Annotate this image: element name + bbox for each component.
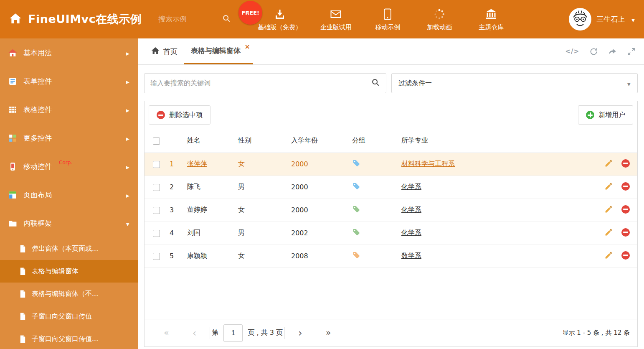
file-icon xyxy=(19,290,26,298)
name-cell: 刘国 xyxy=(184,222,235,245)
sidebar-subitem-child-to-parent-2[interactable]: 子窗口向父窗口传值... xyxy=(0,328,138,349)
sidebar-subitem-popup-window[interactable]: 弹出窗体（本页面或... xyxy=(0,237,138,260)
delete-row-icon[interactable] xyxy=(621,205,630,214)
header-search-input[interactable] xyxy=(158,15,217,23)
row-checkbox[interactable] xyxy=(153,230,160,237)
major-link[interactable]: 材料科学与工程系 xyxy=(401,160,455,168)
sidebar-subitem-child-to-parent[interactable]: 子窗口向父窗口传值 xyxy=(0,305,138,328)
sidebar-item-label: 移动控件 xyxy=(23,162,52,171)
delete-row-icon[interactable] xyxy=(621,182,630,191)
sidebar-item-form-controls[interactable]: 表单控件 xyxy=(0,67,138,95)
name-link[interactable]: 张萍萍 xyxy=(187,160,207,168)
year-cell: 2002 xyxy=(288,222,349,245)
last-page-button[interactable] xyxy=(314,329,343,337)
gender-cell: 女 xyxy=(235,245,288,267)
widgets-icon xyxy=(8,134,17,143)
row-checkbox[interactable] xyxy=(153,207,160,214)
year-cell: 2008 xyxy=(288,245,349,267)
delete-button-label: 删除选中项 xyxy=(169,111,203,120)
refresh-icon[interactable] xyxy=(589,47,598,56)
select-all-checkbox[interactable] xyxy=(153,138,160,145)
delete-selected-button[interactable]: 删除选中项 xyxy=(149,105,210,125)
search-icon[interactable] xyxy=(222,14,231,25)
filter-dropdown[interactable]: 过滤条件一 xyxy=(391,73,638,93)
nav-item-basic-free[interactable]: FREE! 基础版（免费） xyxy=(258,8,302,31)
name-cell: 康颖颖 xyxy=(184,245,235,267)
folder-icon xyxy=(8,219,17,228)
tag-icon xyxy=(352,184,360,192)
delete-row-icon[interactable] xyxy=(621,251,630,260)
prev-page-button[interactable] xyxy=(181,328,208,338)
sidebar-item-more-controls[interactable]: 更多控件 xyxy=(0,124,138,152)
brand[interactable]: FineUIMvc在线示例 xyxy=(9,12,142,27)
close-icon[interactable] xyxy=(245,42,250,51)
nav-label: 主题仓库 xyxy=(479,23,504,31)
sidebar-item-inline-frame[interactable]: 内联框架 xyxy=(0,209,138,237)
row-checkbox[interactable] xyxy=(153,161,160,168)
sidebar-item-basic-usage[interactable]: 基本用法 xyxy=(0,38,138,67)
row-checkbox[interactable] xyxy=(153,184,160,191)
sidebar-item-label: 表格控件 xyxy=(23,105,52,115)
table-row[interactable]: 5 康颖颖 女 2008 数学系 xyxy=(145,245,637,267)
first-page-button[interactable] xyxy=(152,329,181,337)
table-row[interactable]: 2 陈飞 男 2000 化学系 xyxy=(145,176,637,199)
tab-label: 表格与编辑窗体 xyxy=(191,46,241,56)
keyword-search-input[interactable] xyxy=(150,79,371,87)
row-index: 4 xyxy=(166,222,184,245)
nav-item-loading-animation[interactable]: 加载动画 xyxy=(422,8,457,31)
search-icon[interactable] xyxy=(371,78,380,89)
edit-icon[interactable] xyxy=(604,182,613,191)
delete-row-icon[interactable] xyxy=(621,228,630,237)
divider xyxy=(210,327,210,339)
fullscreen-icon[interactable] xyxy=(627,47,636,56)
source-code-icon[interactable]: </> xyxy=(565,48,579,55)
delete-row-icon[interactable] xyxy=(621,159,630,168)
row-index: 5 xyxy=(166,245,184,267)
edit-icon[interactable] xyxy=(604,228,613,237)
tag-icon xyxy=(352,161,360,169)
layout-icon xyxy=(8,191,17,199)
sidebar: 基本用法 表单控件 表格控件 更多控件 xyxy=(0,38,138,349)
file-icon xyxy=(19,335,26,343)
header-nav: FREE! 基础版（免费） 企业版试用 移动示例 xyxy=(258,8,509,31)
nav-item-enterprise-trial[interactable]: 企业版试用 xyxy=(318,8,353,31)
page-number-input[interactable] xyxy=(223,324,243,342)
sidebar-subitem-label: 表格与编辑窗体 xyxy=(32,267,79,276)
sidebar-subitem-grid-edit-window-2[interactable]: 表格与编辑窗体（不... xyxy=(0,283,138,305)
major-link[interactable]: 化学系 xyxy=(401,206,421,214)
sidebar-item-page-layout[interactable]: 页面布局 xyxy=(0,181,138,209)
page-prefix: 第 xyxy=(212,329,218,337)
nav-item-mobile-demo[interactable]: 移动示例 xyxy=(370,8,405,31)
next-page-button[interactable] xyxy=(287,328,314,338)
home-icon xyxy=(151,46,160,56)
gender-cell: 男 xyxy=(235,176,288,199)
sidebar-subitem-grid-edit-window[interactable]: 表格与编辑窗体 xyxy=(0,260,138,283)
edit-icon[interactable] xyxy=(604,205,613,214)
chevron-right-icon xyxy=(126,134,129,142)
share-icon[interactable] xyxy=(608,47,617,56)
table-row[interactable]: 3 董婷婷 女 2000 化学系 xyxy=(145,199,637,222)
app: FineUIMvc在线示例 FREE! 基础版（免费） 企业版试用 xyxy=(0,0,644,349)
edit-icon[interactable] xyxy=(604,251,613,260)
user-menu[interactable]: 三生石上 xyxy=(569,8,635,31)
major-link[interactable]: 数学系 xyxy=(401,252,421,260)
tab-grid-edit-window[interactable]: 表格与编辑窗体 xyxy=(184,38,253,64)
table-row[interactable]: 1 张萍萍 女 2000 材料科学与工程系 xyxy=(145,153,637,176)
sidebar-item-grid-controls[interactable]: 表格控件 xyxy=(0,95,138,124)
edit-icon[interactable] xyxy=(604,159,613,168)
chevron-down-icon xyxy=(126,219,129,227)
tab-home[interactable]: 首页 xyxy=(145,38,184,64)
row-checkbox[interactable] xyxy=(153,253,160,260)
sidebar-item-mobile-controls[interactable]: 移动控件 Corp. xyxy=(0,152,138,181)
gender-cell: 男 xyxy=(235,222,288,245)
major-link[interactable]: 化学系 xyxy=(401,229,421,237)
table-row[interactable]: 4 刘国 男 2002 化学系 xyxy=(145,222,637,245)
grid-panel: 删除选中项 新增用户 姓名 性 xyxy=(144,101,638,347)
major-link[interactable]: 化学系 xyxy=(401,183,421,191)
add-user-button[interactable]: 新增用户 xyxy=(578,105,633,125)
avatar[interactable] xyxy=(569,8,591,31)
tab-bar: 首页 表格与编辑窗体 </> xyxy=(138,38,644,65)
gender-cell: 女 xyxy=(235,199,288,222)
nav-item-theme-repo[interactable]: 主题仓库 xyxy=(474,8,509,31)
top-header: FineUIMvc在线示例 FREE! 基础版（免费） 企业版试用 xyxy=(0,0,644,38)
